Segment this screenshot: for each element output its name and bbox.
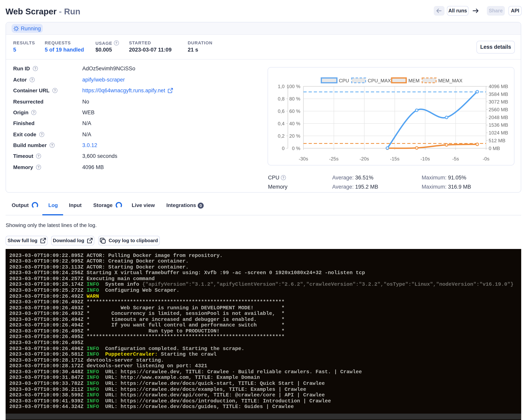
svg-text:-5s: -5s [452, 156, 459, 162]
svg-text:?: ? [37, 165, 39, 169]
svg-text:0,2: 0,2 [278, 133, 284, 139]
svg-text:80 %: 80 % [289, 96, 300, 102]
svg-text:?: ? [282, 176, 284, 180]
svg-text:1,0: 1,0 [278, 84, 284, 89]
svg-text:MEM: MEM [408, 78, 420, 83]
svg-text:2560 MB: 2560 MB [489, 107, 508, 113]
svg-text:3584 MB: 3584 MB [489, 92, 508, 97]
svg-text:0,6: 0,6 [278, 109, 284, 114]
svg-text:3072 MB: 3072 MB [489, 99, 508, 105]
svg-text:0 MB: 0 MB [489, 146, 500, 151]
svg-text:-30s: -30s [299, 156, 308, 162]
svg-text:60 %: 60 % [289, 109, 300, 114]
svg-text:2048 MB: 2048 MB [489, 115, 508, 120]
svg-text:?: ? [51, 143, 53, 147]
svg-text:?: ? [54, 89, 56, 92]
svg-text:512 MB: 512 MB [489, 138, 506, 143]
svg-text:CPU: CPU [339, 78, 349, 83]
svg-text:0: 0 [282, 146, 284, 151]
svg-text:-0s: -0s [483, 156, 489, 162]
svg-text:?: ? [40, 133, 42, 136]
svg-text:0 %: 0 % [292, 146, 300, 151]
svg-text:0,4: 0,4 [278, 121, 284, 126]
svg-text:40 %: 40 % [289, 121, 300, 126]
svg-text:-15s: -15s [390, 156, 399, 162]
svg-text:4096 MB: 4096 MB [489, 84, 508, 89]
svg-text:?: ? [115, 41, 118, 45]
svg-text:20 %: 20 % [289, 133, 300, 139]
svg-text:0,8: 0,8 [278, 96, 284, 102]
svg-text:1536 MB: 1536 MB [489, 123, 508, 128]
svg-text:-10s: -10s [420, 156, 430, 162]
svg-text:-25s: -25s [329, 156, 338, 162]
svg-text:-20s: -20s [359, 156, 369, 162]
svg-text:CPU_MAX: CPU_MAX [368, 78, 391, 83]
svg-text:?: ? [38, 154, 40, 158]
svg-text:1024 MB: 1024 MB [489, 130, 508, 136]
svg-text:?: ? [31, 78, 33, 82]
svg-text:?: ? [34, 67, 36, 71]
svg-text:100 %: 100 % [287, 84, 300, 89]
svg-text:?: ? [33, 111, 35, 114]
svg-text:MEM_MAX: MEM_MAX [438, 78, 463, 83]
